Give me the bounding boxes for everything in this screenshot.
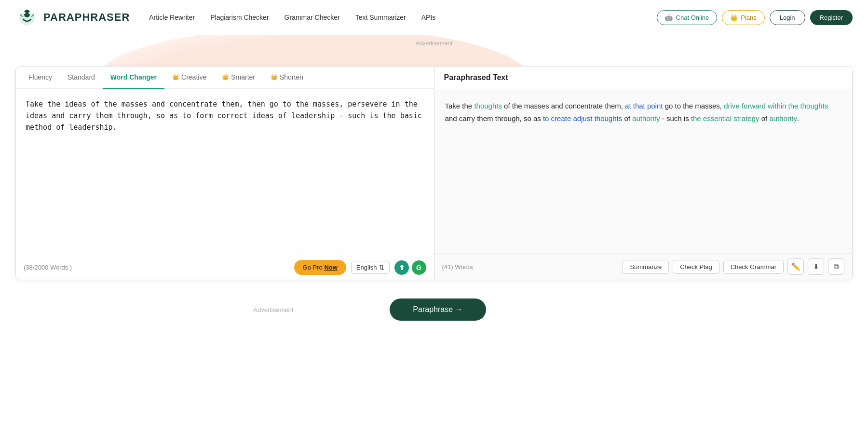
paraphrased-segment-green: the essential strategy <box>691 114 760 122</box>
crown-icon: 👑 <box>730 14 738 21</box>
paraphrased-segment-green: drive forward within the thoughts <box>724 102 828 110</box>
left-footer: (38/2000 Words ) Go Pro Now English ⇅ ⬆ … <box>16 255 434 280</box>
logo-area: PARAPHRASER <box>15 6 130 29</box>
chat-label: Chat Online <box>676 14 709 21</box>
paraphrased-segment-blue: at that point <box>625 102 663 110</box>
go-pro-button[interactable]: Go Pro Now <box>294 260 346 275</box>
ai-green-button[interactable]: G <box>412 260 426 275</box>
login-button[interactable]: Login <box>770 10 805 25</box>
input-text-wrap: Take the ideas of the masses and concent… <box>16 89 434 255</box>
check-plag-button[interactable]: Check Plag <box>673 260 719 274</box>
paraphrased-text-area: Take the thoughts of the masses and conc… <box>434 89 853 253</box>
svg-point-3 <box>28 12 30 14</box>
copy-icon-button[interactable]: ⧉ <box>828 258 844 275</box>
tab-shorten[interactable]: 👑 Shorten <box>263 67 311 89</box>
logo-icon <box>15 6 39 29</box>
crown-smarter-icon: 👑 <box>222 74 229 81</box>
language-selector[interactable]: English ⇅ <box>351 261 390 274</box>
svg-point-2 <box>24 12 26 14</box>
right-footer: (41) Words Summarize Check Plag Check Gr… <box>434 253 853 280</box>
tab-word-changer[interactable]: Word Changer <box>103 67 164 89</box>
plans-label: Plans <box>741 14 757 21</box>
crown-creative-icon: 👑 <box>172 74 179 81</box>
chat-online-button[interactable]: 🤖 Chat Online <box>657 10 718 25</box>
edit-icon-button[interactable]: ✏️ <box>787 258 804 275</box>
download-icon-button[interactable]: ⬇ <box>808 258 824 275</box>
paraphrased-segment-green: authority <box>769 114 797 122</box>
ad-top: Advertisement <box>0 35 868 52</box>
summarize-button[interactable]: Summarize <box>623 260 669 274</box>
nav-apis[interactable]: APIs <box>421 14 436 21</box>
tab-smarter[interactable]: 👑 Smarter <box>214 67 263 89</box>
paraphrased-segment-blue: to create adjust thoughts <box>543 114 622 122</box>
bottom-bar: Advertisement Paraphrase → placeholder <box>0 290 868 329</box>
paraphrase-button[interactable]: Paraphrase → <box>390 298 486 321</box>
tab-creative[interactable]: 👑 Creative <box>164 67 214 89</box>
header-actions: 🤖 Chat Online 👑 Plans Login Register <box>657 10 853 25</box>
right-panel-header: Paraphrased Text <box>434 67 853 89</box>
main-content: Fluency Standard Word Changer 👑 Creative… <box>0 52 868 290</box>
nav-article-rewriter[interactable]: Article Rewriter <box>149 14 195 21</box>
right-word-count: (41) Words <box>442 263 473 271</box>
header: PARAPHRASER Article Rewriter Plagiarism … <box>0 0 868 35</box>
ai-blue-button[interactable]: ⬆ <box>394 260 409 275</box>
logo-text: PARAPHRASER <box>43 11 130 24</box>
paraphrased-segment-normal: of <box>760 114 770 122</box>
left-panel: Fluency Standard Word Changer 👑 Creative… <box>16 67 434 280</box>
paraphrased-segment-normal: go to the masses, <box>663 102 724 110</box>
paraphrased-segment-normal: of the masses and concentrate them, <box>502 102 625 110</box>
language-label: English <box>356 264 377 271</box>
paraphrased-segment-normal: and carry them through, so as <box>445 114 543 122</box>
crown-shorten-icon: 👑 <box>271 74 278 81</box>
check-grammar-button[interactable]: Check Grammar <box>723 260 784 274</box>
chevron-icon: ⇅ <box>379 264 384 271</box>
right-panel: Paraphrased Text Take the thoughts of th… <box>434 67 853 280</box>
paraphrased-segment-normal: . <box>797 114 799 122</box>
main-nav: Article Rewriter Plagiarism Checker Gram… <box>149 14 656 21</box>
chat-icon: 🤖 <box>665 14 673 21</box>
register-button[interactable]: Register <box>810 10 853 25</box>
paraphrased-segment-normal: of <box>622 114 632 122</box>
editor-container: Fluency Standard Word Changer 👑 Creative… <box>15 66 853 280</box>
nav-text-summarizer[interactable]: Text Summarizer <box>355 14 406 21</box>
tabs-row: Fluency Standard Word Changer 👑 Creative… <box>16 67 434 89</box>
ad-bottom-label: Advertisement <box>253 306 293 313</box>
tab-fluency[interactable]: Fluency <box>21 67 60 89</box>
paraphrased-segment-normal: Take the <box>445 102 475 110</box>
nav-grammar-checker[interactable]: Grammar Checker <box>285 14 340 21</box>
footer-right: Go Pro Now English ⇅ ⬆ G <box>294 260 426 275</box>
paraphrased-segment-green: thoughts <box>474 102 502 110</box>
word-count: (38/2000 Words ) <box>24 264 72 271</box>
paraphrased-segment-normal: - such is <box>660 114 691 122</box>
plans-button[interactable]: 👑 Plans <box>722 10 765 25</box>
input-textarea[interactable]: Take the ideas of the masses and concent… <box>26 98 424 243</box>
tab-standard[interactable]: Standard <box>60 67 103 89</box>
ai-icons: ⬆ G <box>394 260 426 275</box>
right-actions: Summarize Check Plag Check Grammar ✏️ ⬇ … <box>623 258 844 275</box>
nav-plagiarism-checker[interactable]: Plagiarism Checker <box>210 14 269 21</box>
paraphrased-segment-green: authority <box>632 114 660 122</box>
paraphrased-text-title: Paraphrased Text <box>444 73 508 81</box>
